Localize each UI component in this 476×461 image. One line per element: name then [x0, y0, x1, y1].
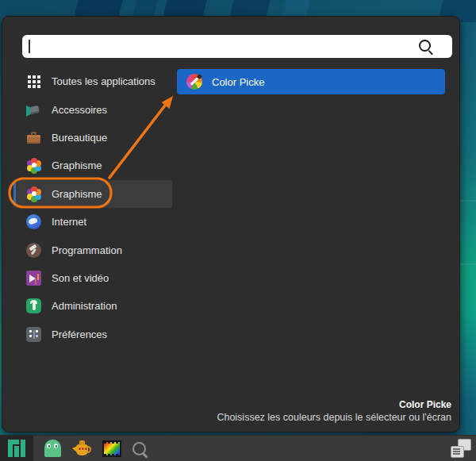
wallpaper-line: [459, 263, 476, 265]
sidebar-item-label: Toutes les applications: [52, 75, 155, 87]
all-apps-grid-icon: [26, 74, 41, 89]
sidebar-item-internet[interactable]: Internet: [13, 208, 172, 236]
sidebar-item-label: Accessoires: [52, 104, 107, 116]
office-icon: [26, 130, 41, 145]
ghost-app-icon[interactable]: [44, 440, 61, 457]
accessories-icon: [26, 102, 41, 117]
graphics-icon: [26, 158, 41, 173]
text-caret: [29, 40, 30, 53]
search-input[interactable]: [22, 35, 452, 58]
search-tool-icon[interactable]: [132, 442, 146, 455]
category-sidebar: Toutes les applications Accessoires Bure…: [13, 67, 172, 348]
application-menu-panel: Toutes les applications Accessoires Bure…: [2, 16, 460, 432]
sidebar-item-label: Administration: [52, 300, 117, 312]
multimedia-icon: [26, 271, 41, 286]
teapot-app-icon[interactable]: [72, 440, 91, 457]
app-result-color-picker[interactable]: Color Picke: [177, 69, 445, 94]
sidebar-item-graphisme-1[interactable]: Graphisme: [13, 152, 172, 179]
graphics-icon: [26, 186, 41, 202]
search-icon: [419, 40, 431, 52]
sidebar-item-label: Graphisme: [52, 159, 102, 171]
sidebar-item-programmation[interactable]: Programmation: [13, 236, 172, 263]
sidebar-item-preferences[interactable]: Préférences: [13, 321, 172, 348]
sidebar-item-label: Graphisme: [52, 188, 102, 200]
footer-app-subtitle: Choisissez les couleurs depuis le sélect…: [217, 411, 451, 424]
sidebar-item-bureautique[interactable]: Bureautique: [13, 124, 172, 152]
sidebar-item-graphisme-2-selected[interactable]: Graphisme: [13, 180, 172, 208]
sidebar-item-son-et-video[interactable]: Son et vidéo: [13, 264, 172, 292]
sidebar-item-toutes-les-applications[interactable]: Toutes les applications: [13, 67, 172, 95]
sidebar-item-label: Bureautique: [52, 132, 107, 144]
rainbow-color-app-icon[interactable]: [102, 440, 121, 457]
manjaro-logo-icon: [8, 440, 25, 457]
sidebar-item-administration[interactable]: Administration: [13, 292, 172, 320]
color-picker-icon: [186, 74, 202, 90]
footer-app-title: Color Picke: [217, 398, 451, 411]
app-result-label: Color Picke: [212, 76, 264, 88]
settings-icon: [26, 327, 41, 342]
sidebar-item-label: Préférences: [52, 328, 107, 340]
taskbar: [0, 435, 476, 461]
wallpaper-line: [459, 200, 476, 202]
sidebar-item-label: Son et vidéo: [52, 272, 109, 284]
sidebar-item-label: Internet: [52, 216, 86, 228]
sidebar-item-accessoires[interactable]: Accessoires: [13, 95, 172, 123]
sidebar-item-label: Programmation: [52, 244, 122, 256]
manjaro-menu-button[interactable]: [0, 436, 33, 461]
development-icon: [26, 243, 41, 258]
app-description-footer: Color Picke Choisissez les couleurs depu…: [217, 398, 451, 424]
windows-overlap-icon[interactable]: [451, 439, 471, 458]
internet-icon: [26, 214, 41, 229]
administration-icon: [26, 298, 41, 313]
